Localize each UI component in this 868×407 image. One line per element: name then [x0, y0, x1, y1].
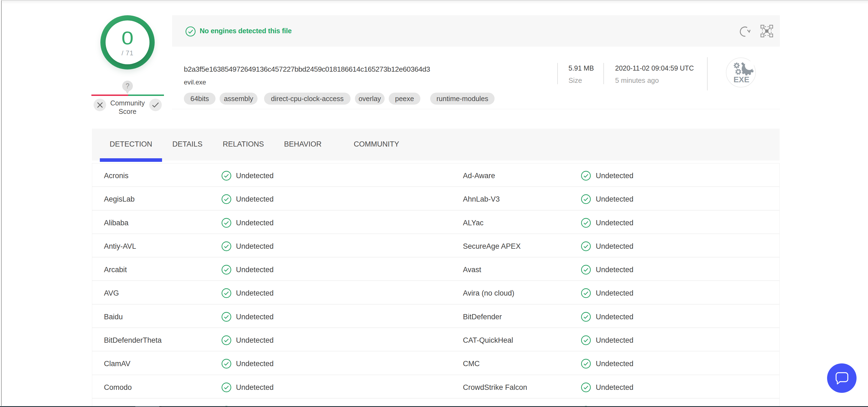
svg-text:EXE: EXE: [734, 75, 749, 84]
